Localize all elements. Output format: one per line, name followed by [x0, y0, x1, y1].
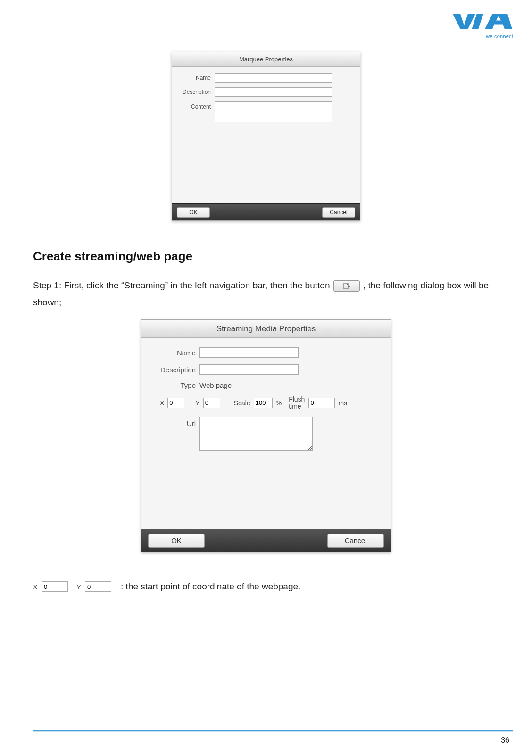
url-textarea[interactable] [200, 417, 313, 451]
cancel-button[interactable]: Cancel [322, 207, 355, 218]
x-input[interactable] [167, 398, 184, 408]
legend-y-input[interactable] [85, 581, 111, 592]
dialog-body: Name Description Content [172, 67, 360, 203]
marquee-properties-dialog: Marquee Properties Name Description Cont… [172, 52, 360, 221]
name-label: Name [177, 75, 215, 81]
flush-time-label: Flushtime [285, 396, 307, 410]
dialog-title: Streaming Media Properties [141, 320, 391, 338]
footer-divider [33, 730, 513, 731]
streaming-media-properties-dialog: Streaming Media Properties Name Descript… [141, 319, 391, 552]
x-label: X [158, 399, 166, 407]
url-label: Url [150, 417, 200, 428]
type-label: Type [150, 381, 200, 389]
scale-label: Scale [233, 399, 252, 407]
legend-x-input[interactable] [42, 581, 68, 592]
add-page-button[interactable] [333, 280, 360, 292]
content-label: Content [177, 101, 215, 110]
name-label: Name [150, 349, 200, 357]
via-logo: we connect [452, 8, 513, 39]
percent-label: % [274, 399, 283, 407]
legend-y-label: Y [76, 583, 82, 591]
cancel-button[interactable]: Cancel [327, 534, 384, 548]
new-page-icon [343, 283, 350, 290]
dialog-body: Name Description Type Web page X Y Scale [141, 338, 391, 529]
y-label: Y [194, 399, 201, 407]
page-number: 36 [501, 736, 509, 745]
type-value: Web page [200, 381, 232, 389]
step1-paragraph: Step 1: First, click the “Streaming” in … [33, 277, 499, 311]
scale-input[interactable] [254, 398, 273, 408]
legend-x-label: X [33, 583, 39, 591]
dialog-buttonbar: OK Cancel [141, 529, 391, 552]
ok-button[interactable]: OK [148, 534, 205, 548]
name-input[interactable] [215, 73, 332, 83]
section-heading: Create streaming/web page [33, 249, 499, 264]
ms-label: ms [337, 399, 349, 407]
xy-legend: X Y : the start point of coordinate of t… [33, 581, 499, 592]
description-label: Description [150, 366, 200, 374]
dialog-buttonbar: OK Cancel [172, 203, 360, 220]
content-textarea[interactable] [215, 101, 332, 122]
ok-button[interactable]: OK [177, 207, 210, 218]
flush-time-input[interactable] [308, 398, 335, 408]
name-input[interactable] [200, 347, 299, 358]
legend-text: : the start point of coordinate of the w… [121, 581, 300, 592]
dialog-title: Marquee Properties [172, 52, 360, 67]
description-input[interactable] [215, 87, 332, 97]
step1-text-pre: Step 1: First, click the “Streaming” in … [33, 280, 330, 290]
y-input[interactable] [203, 398, 220, 408]
description-input[interactable] [200, 364, 299, 375]
coords-row: X Y Scale % Flushtime ms [150, 396, 379, 410]
description-label: Description [177, 89, 215, 95]
